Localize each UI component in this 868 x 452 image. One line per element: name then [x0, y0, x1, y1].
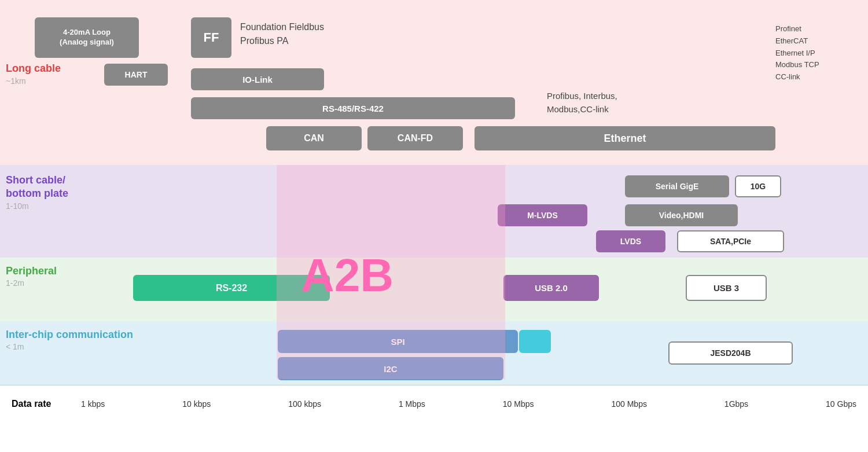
pill-rs485: RS-485/RS-422	[191, 97, 515, 119]
pill-usb2: USB 2.0	[503, 275, 599, 301]
pill-video-hdmi: Video,HDMI	[625, 204, 738, 226]
profibus-text: Profibus, Interbus, Modbus,CC-link	[547, 90, 617, 116]
pill-can: CAN	[266, 126, 362, 150]
pill-usb3: USB 3	[686, 275, 767, 301]
pill-4-20ma: 4-20mA Loop (Analog signal)	[35, 17, 139, 58]
pill-lvds: LVDS	[596, 230, 665, 252]
data-rate-ticks: 1 kbps 10 kbps 100 kbps 1 Mbps 10 Mbps 1…	[81, 399, 856, 409]
data-rate-label: Data rate	[12, 399, 81, 409]
pill-jesd204b: JESD204B	[668, 341, 793, 365]
long-cable-label: Long cable ~1km	[6, 62, 61, 86]
profinet-text: Profinet EtherCAT Ethernet I/P Modbus TC…	[775, 23, 819, 83]
foundation-text: Foundation Fieldbus Profibus PA	[240, 20, 324, 48]
pill-io-link: IO-Link	[191, 68, 324, 90]
pill-ff: FF	[191, 17, 231, 58]
pill-sata-pcie: SATA,PCIe	[677, 230, 784, 252]
pill-ethernet-long: Ethernet	[475, 126, 775, 150]
zone-data-rate: Data rate 1 kbps 10 kbps 100 kbps 1 Mbps…	[0, 385, 868, 422]
peripheral-label: Peripheral 1-2m	[6, 264, 57, 289]
pill-can-fd: CAN-FD	[367, 126, 463, 150]
data-rate-row: Data rate 1 kbps 10 kbps 100 kbps 1 Mbps…	[0, 399, 868, 409]
inter-chip-label: Inter-chip communication < 1m	[6, 328, 133, 352]
pill-serial-gige: Serial GigE	[625, 175, 729, 197]
short-cable-label: Short cable/bottom plate 1-10m	[6, 174, 68, 211]
pill-10g: 10G	[735, 175, 781, 197]
zone-long-cable: Long cable ~1km 4-20mA Loop (Analog sign…	[0, 0, 868, 165]
a2b-label: A2B	[301, 249, 393, 302]
pill-hart: HART	[104, 64, 168, 86]
pill-spi-ext	[519, 330, 551, 353]
pill-m-lvds: M-LVDS	[498, 204, 587, 226]
